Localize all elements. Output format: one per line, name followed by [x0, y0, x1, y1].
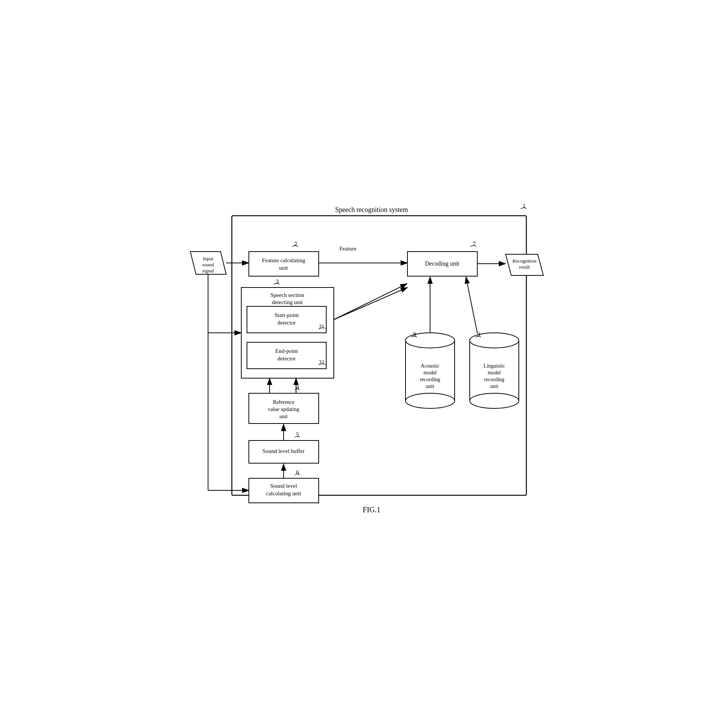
- sound-buffer-label: Sound level buffer: [262, 448, 304, 454]
- decoding-label: Decoding unit: [425, 260, 460, 267]
- linguistic-label4: unit: [490, 383, 498, 389]
- fig-label: FIG.1: [362, 505, 380, 514]
- speech-section-label: Speech section: [270, 292, 304, 298]
- acoustic-label2: model: [424, 370, 437, 376]
- linguistic-label: Linguistic: [484, 363, 505, 369]
- start-point-label2: detector: [278, 320, 296, 326]
- recog-result-label: Recognition: [512, 258, 537, 264]
- feature-text: Feature: [339, 246, 356, 252]
- ref-value-label: Reference: [273, 399, 295, 405]
- num4: 4: [296, 384, 299, 391]
- system-number: 1: [523, 203, 526, 209]
- svg-line-14: [334, 284, 407, 320]
- input-signal-label2: sound: [202, 262, 214, 267]
- svg-point-32: [470, 393, 519, 408]
- start-point-label: Start-point: [275, 312, 299, 318]
- num6: 6: [296, 469, 299, 476]
- num5: 5: [296, 431, 299, 438]
- input-signal-label: Input: [203, 256, 213, 261]
- num3: 3: [276, 278, 279, 285]
- input-signal-label3: signal: [202, 268, 214, 274]
- acoustic-label: Acoustic: [421, 363, 440, 369]
- feature-calc-label: Feature calculating: [262, 257, 305, 263]
- page-container: Speech recognition system 1 Input sound …: [183, 193, 545, 518]
- system-title: Speech recognition system: [335, 206, 408, 213]
- ref-value-label2: value updating: [268, 407, 299, 412]
- sound-calc-label: Sound level: [270, 483, 297, 489]
- feature-calc-label2: unit: [279, 265, 288, 271]
- end-point-label: End-point: [275, 348, 298, 354]
- acoustic-label4: unit: [426, 383, 434, 389]
- svg-line-13: [334, 287, 407, 320]
- svg-rect-5: [249, 252, 319, 276]
- ref-value-label3: unit: [279, 414, 288, 419]
- end-point-label2: detector: [278, 356, 296, 362]
- svg-line-33: [466, 277, 477, 333]
- sound-calc-label2: calculating unit: [266, 490, 302, 496]
- speech-section-label2: detecting unit: [272, 299, 303, 305]
- svg-point-28: [406, 393, 455, 408]
- acoustic-label3: recording: [420, 377, 440, 382]
- linguistic-label2: model: [488, 370, 501, 376]
- num2: 2: [294, 241, 297, 247]
- recog-result-label2: result: [519, 264, 530, 270]
- num8: 8: [413, 331, 416, 338]
- linguistic-label3: recording: [484, 377, 504, 382]
- num9: 9: [477, 331, 480, 338]
- diagram-area: Speech recognition system 1 Input sound …: [183, 193, 545, 518]
